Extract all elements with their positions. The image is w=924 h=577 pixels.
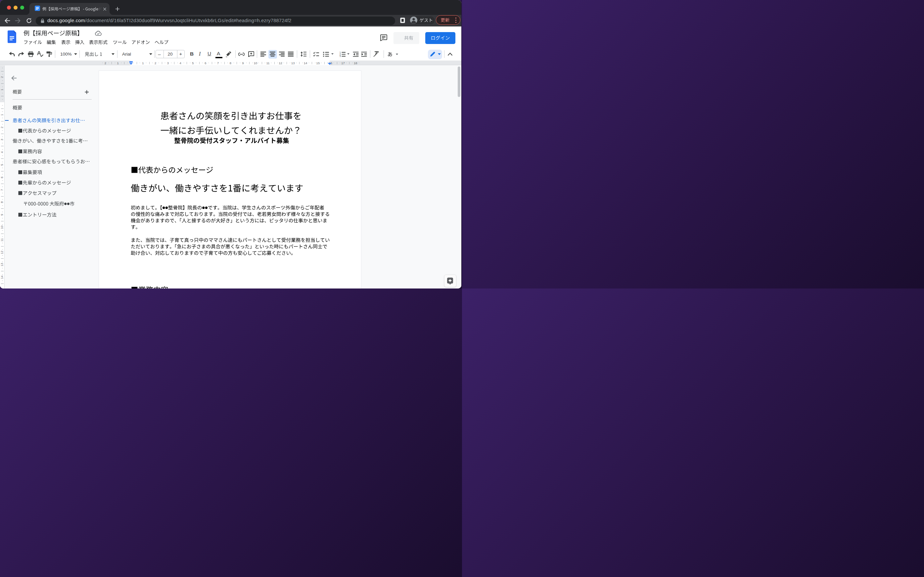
svg-text:3: 3 (340, 55, 341, 57)
